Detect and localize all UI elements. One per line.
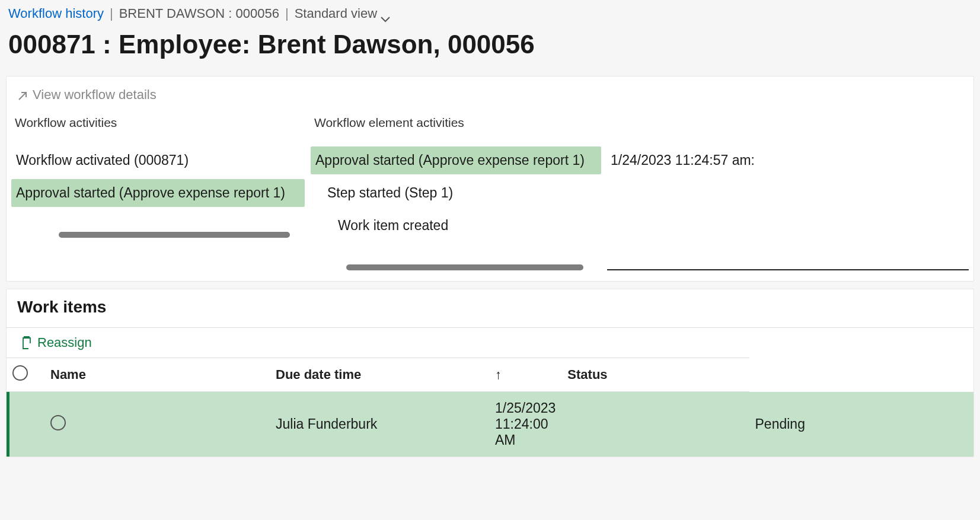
column-header-status[interactable]: Status: [561, 358, 749, 392]
arrow-up-right-icon: [17, 90, 28, 100]
view-selector-label: Standard view: [295, 6, 377, 21]
element-activity-item[interactable]: Step started (Step 1): [311, 179, 601, 207]
workflow-details-card: View workflow details Workflow activitie…: [6, 76, 974, 282]
reassign-button[interactable]: Reassign: [21, 335, 92, 350]
work-items-table: Name Due date time ↑ Status Julia Funder…: [7, 358, 973, 457]
horizontal-scrollbar[interactable]: [346, 264, 583, 270]
breadcrumb-link-workflow-history[interactable]: Workflow history: [8, 6, 104, 21]
arrow-up-icon: ↑: [495, 367, 502, 382]
separator: |: [110, 6, 113, 21]
select-all-circle[interactable]: [12, 365, 28, 381]
element-activity-item[interactable]: Work item created: [311, 212, 601, 240]
chevron-down-icon: [381, 11, 390, 17]
workflow-activities-column: Workflow activities Workflow activated (…: [11, 116, 305, 276]
column-header-name[interactable]: Name: [44, 358, 270, 392]
work-items-card: Work items Reassign Name Due date time ↑…: [6, 289, 974, 457]
view-workflow-details-link[interactable]: View workflow details: [11, 84, 161, 116]
work-items-title: Work items: [7, 298, 973, 328]
cell-status: Pending: [749, 392, 973, 457]
separator: |: [285, 6, 289, 21]
workflow-element-activities-column: Workflow element activities Approval sta…: [311, 116, 601, 276]
view-selector[interactable]: Standard view: [295, 6, 390, 21]
horizontal-scrollbar[interactable]: [59, 232, 290, 238]
sort-indicator[interactable]: ↑: [489, 358, 561, 392]
view-details-label: View workflow details: [33, 87, 157, 103]
breadcrumb-record: BRENT DAWSON : 000056: [119, 6, 279, 21]
row-select-circle[interactable]: [50, 415, 66, 430]
activity-item-selected[interactable]: Approval started (Approve expense report…: [11, 179, 305, 207]
workflow-detail-column: 1/24/2023 11:24:57 am:: [607, 116, 969, 276]
activity-timestamp: 1/24/2023 11:24:57 am:: [607, 146, 969, 174]
activity-detail-input[interactable]: [607, 251, 969, 270]
page-title: 000871 : Employee: Brent Dawson, 000056: [8, 30, 972, 70]
cell-due: 1/25/2023 11:24:00 AM: [489, 392, 561, 457]
column-header-select[interactable]: [7, 358, 44, 392]
spacer: [607, 116, 969, 146]
work-items-toolbar: Reassign: [7, 328, 973, 358]
column-header-due[interactable]: Due date time: [270, 358, 489, 392]
table-row[interactable]: Julia Funderburk 1/25/2023 11:24:00 AM P…: [7, 392, 973, 457]
activity-item[interactable]: Workflow activated (000871): [11, 146, 305, 174]
breadcrumb: Workflow history | BRENT DAWSON : 000056…: [8, 6, 972, 30]
workflow-activities-header: Workflow activities: [11, 116, 305, 146]
clipboard-icon: [21, 336, 33, 349]
element-activity-selected[interactable]: Approval started (Approve expense report…: [311, 146, 601, 174]
reassign-label: Reassign: [37, 335, 92, 350]
workflow-element-activities-header: Workflow element activities: [311, 116, 601, 146]
cell-name: Julia Funderburk: [270, 392, 489, 457]
